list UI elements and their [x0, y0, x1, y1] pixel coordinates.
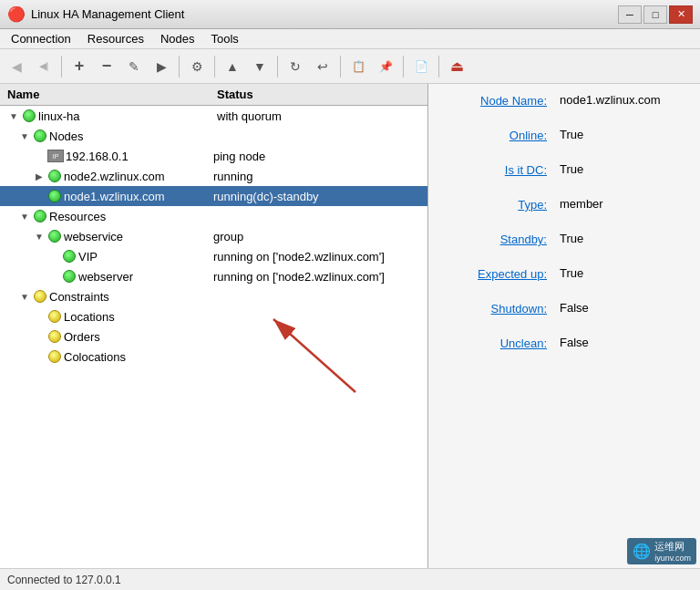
prop-label-expectedup[interactable]: Expected up:	[447, 266, 547, 281]
refresh-button[interactable]: ↻	[283, 54, 308, 79]
menu-connection[interactable]: Connection	[4, 30, 78, 47]
run-button[interactable]: ▶	[149, 54, 174, 79]
tree-cell-name: ▶ node2.wzlinux.com	[0, 170, 210, 183]
prop-value-type: member	[547, 197, 603, 211]
prop-value-unclean: False	[547, 336, 589, 349]
tree-body: ▼ linux-ha with quorum ▼ Nodes	[0, 106, 427, 568]
node-label: webservice	[64, 230, 123, 243]
expand-icon[interactable]: ▼	[18, 129, 31, 142]
undo-button[interactable]: ↩	[310, 54, 335, 79]
back-button[interactable]: ◀	[4, 54, 29, 79]
tree-cell-status: running on ['node2.wzlinux.com']	[210, 250, 424, 264]
prop-label-shutdown[interactable]: Shutdown:	[447, 301, 547, 316]
node-label: node1.wzlinux.com	[64, 190, 165, 203]
tree-cell-name: ▼ webservice	[0, 230, 210, 243]
expand-icon[interactable]: ▼	[7, 109, 20, 122]
watermark: 🌐 运维网 iyunv.com	[627, 538, 696, 564]
minimize-button[interactable]: ─	[618, 5, 642, 24]
status-text: ping node	[213, 150, 265, 163]
tree-row[interactable]: ▶ VIP running on ['node2.wzlinux.com']	[0, 246, 427, 266]
node-label: 192.168.0.1	[66, 150, 129, 163]
window-title: Linux HA Management Client	[31, 7, 184, 21]
maximize-button[interactable]: □	[643, 5, 667, 24]
tree-row[interactable]: ▶ Locations	[0, 306, 427, 326]
status-dot	[48, 350, 61, 363]
tree-row[interactable]: ▼ Constraints	[0, 286, 427, 306]
menu-nodes[interactable]: Nodes	[153, 30, 202, 47]
expand-icon[interactable]: ▶	[33, 170, 46, 182]
menu-tools[interactable]: Tools	[204, 30, 246, 47]
pin-button[interactable]: 📌	[373, 54, 398, 79]
exit-button[interactable]: ⏏	[444, 54, 469, 79]
tree-panel: Name Status ▼ linux-ha with quorum ▼	[0, 84, 428, 568]
prop-row-nodename: Node Name: node1.wzlinux.com	[447, 93, 682, 108]
node-label: linux-ha	[38, 109, 80, 123]
menu-resources[interactable]: Resources	[80, 30, 151, 47]
prop-label-isdc[interactable]: Is it DC:	[447, 162, 547, 177]
tree-row-selected[interactable]: ▶ node1.wzlinux.com running(dc)-standby	[0, 186, 427, 206]
close-button[interactable]: ✕	[669, 5, 693, 24]
prop-row-shutdown: Shutdown: False	[447, 301, 682, 316]
edit-button[interactable]: ✎	[121, 54, 147, 79]
status-dot	[34, 129, 46, 142]
tree-row[interactable]: ▶ node2.wzlinux.com running	[0, 166, 427, 186]
prop-label-type[interactable]: Type:	[447, 197, 547, 212]
toolbar-sep-4	[277, 56, 278, 78]
tree-row[interactable]: ▼ Nodes	[0, 126, 427, 146]
toolbar-sep-6	[403, 56, 404, 78]
main-content: Name Status ▼ linux-ha with quorum ▼	[0, 84, 700, 568]
prop-label-online[interactable]: Online:	[447, 128, 547, 142]
toolbar-sep-5	[340, 56, 341, 78]
prop-label-standby[interactable]: Standby:	[447, 232, 547, 246]
tree-cell-name: ▼ Constraints	[0, 290, 210, 304]
back2-button[interactable]: ◀|	[31, 54, 57, 79]
watermark-name: 运维网	[654, 540, 691, 554]
tree-row[interactable]: ▼ linux-ha with quorum	[0, 106, 427, 126]
status-dot	[48, 330, 61, 343]
tree-row[interactable]: ▶ Colocations	[0, 347, 427, 367]
toolbar-sep-3	[214, 56, 215, 78]
tree-row[interactable]: ▶ webserver running on ['node2.wzlinux.c…	[0, 266, 427, 286]
tree-row[interactable]: ▼ webservice group	[0, 226, 427, 246]
node-label: Constraints	[49, 290, 109, 304]
tree-cell-status: running(dc)-standby	[210, 190, 424, 203]
status-text: with quorum	[217, 109, 282, 123]
toolbar: ◀ ◀| + − ✎ ▶ ⚙ ▲ ▼ ↻ ↩ 📋 📌 📄 ⏏	[0, 49, 700, 84]
add-button[interactable]: +	[67, 54, 92, 79]
status-text: running on ['node2.wzlinux.com']	[213, 250, 385, 264]
down-button[interactable]: ▼	[247, 54, 273, 79]
status-dot	[34, 290, 46, 303]
tree-row[interactable]: ▶ Orders	[0, 326, 427, 347]
tree-cell-name: ▶ IP 192.168.0.1	[0, 150, 210, 163]
expand-icon[interactable]: ▼	[18, 210, 31, 223]
tree-row[interactable]: ▶ IP 192.168.0.1 ping node	[0, 146, 427, 166]
remove-button[interactable]: −	[94, 54, 119, 79]
up-button[interactable]: ▲	[220, 54, 245, 79]
status-text: group	[213, 230, 243, 243]
expand-icon[interactable]: ▼	[33, 230, 46, 243]
tree-cell-name: ▶ VIP	[0, 250, 210, 264]
prop-value-isdc: True	[547, 162, 583, 176]
properties-panel: Node Name: node1.wzlinux.com Online: Tru…	[428, 84, 700, 568]
status-text: running	[213, 170, 252, 183]
clipboard-button[interactable]: 📋	[345, 54, 371, 79]
prop-label-nodename[interactable]: Node Name:	[447, 93, 547, 108]
tree-cell-name: ▶ Colocations	[0, 350, 210, 364]
expand-icon[interactable]: ▼	[18, 290, 31, 303]
document-button[interactable]: 📄	[408, 54, 434, 79]
tree-row[interactable]: ▼ Resources	[0, 206, 427, 226]
prop-row-online: Online: True	[447, 128, 682, 142]
settings-button[interactable]: ⚙	[184, 54, 210, 79]
prop-label-unclean[interactable]: Unclean:	[447, 336, 547, 350]
status-dot	[48, 170, 61, 182]
status-dot	[48, 310, 61, 323]
status-dot	[48, 230, 61, 243]
title-bar: 🔴 Linux HA Management Client ─ □ ✕	[0, 0, 700, 29]
prop-value-nodename: node1.wzlinux.com	[547, 93, 661, 107]
tree-cell-status: running on ['node2.wzlinux.com']	[210, 270, 424, 284]
node-label: webserver	[78, 270, 133, 284]
prop-value-standby: True	[547, 232, 583, 245]
tree-cell-name: ▶ node1.wzlinux.com	[0, 190, 210, 203]
tree-cell-status: running	[210, 170, 424, 183]
status-dot	[63, 250, 76, 263]
